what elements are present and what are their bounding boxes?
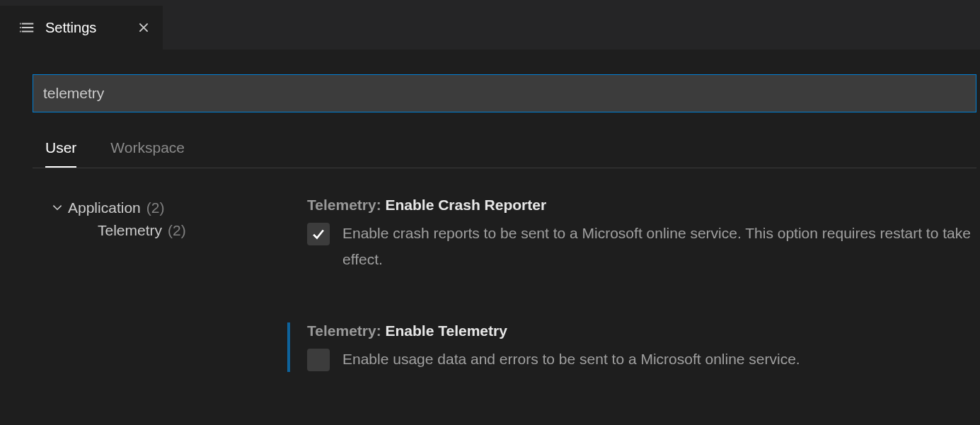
toc-label: Application xyxy=(68,199,141,216)
setting-description: Enable crash reports to be sent to a Mic… xyxy=(342,221,980,273)
settings-preview-icon xyxy=(20,20,35,35)
checkbox-enable-crash-reporter[interactable] xyxy=(307,223,330,245)
setting-name: Enable Telemetry xyxy=(386,322,507,339)
toc-count: (2) xyxy=(146,199,165,216)
editor-tab-bar: Settings xyxy=(0,6,980,50)
toc-item-application[interactable]: Application (2) xyxy=(33,197,287,219)
settings-toc: Application (2) Telemetry (2) xyxy=(33,197,287,421)
setting-enable-crash-reporter: Telemetry: Enable Crash Reporter Enable … xyxy=(287,197,980,273)
settings-main-layout: Application (2) Telemetry (2) Telemetry:… xyxy=(33,197,980,421)
tab-title: Settings xyxy=(45,20,110,36)
setting-category: Telemetry: xyxy=(307,322,386,339)
toc-label: Telemetry xyxy=(98,222,162,239)
checkbox-enable-telemetry[interactable] xyxy=(307,349,330,371)
toc-item-telemetry[interactable]: Telemetry (2) xyxy=(33,219,287,242)
scope-tab-workspace[interactable]: Workspace xyxy=(110,139,185,168)
settings-list: Telemetry: Enable Crash Reporter Enable … xyxy=(287,197,980,421)
scope-tabs: User Workspace xyxy=(33,139,976,168)
toc-count: (2) xyxy=(168,222,186,239)
scope-tab-user[interactable]: User xyxy=(45,139,76,168)
settings-search-input[interactable] xyxy=(33,74,976,112)
setting-body: Enable usage data and errors to be sent … xyxy=(307,347,980,373)
setting-title: Telemetry: Enable Telemetry xyxy=(307,322,980,339)
setting-title: Telemetry: Enable Crash Reporter xyxy=(307,197,980,214)
setting-body: Enable crash reports to be sent to a Mic… xyxy=(307,221,980,273)
setting-enable-telemetry: Telemetry: Enable Telemetry Enable usage… xyxy=(287,322,980,373)
settings-tab[interactable]: Settings xyxy=(0,6,163,50)
setting-description: Enable usage data and errors to be sent … xyxy=(342,347,800,373)
chevron-down-icon xyxy=(51,202,64,214)
window-top-bar xyxy=(0,0,980,6)
setting-name: Enable Crash Reporter xyxy=(386,197,547,213)
close-icon[interactable] xyxy=(134,18,153,37)
setting-category: Telemetry: xyxy=(307,197,386,213)
settings-content: User Workspace Application (2) Telemetry… xyxy=(0,50,980,421)
